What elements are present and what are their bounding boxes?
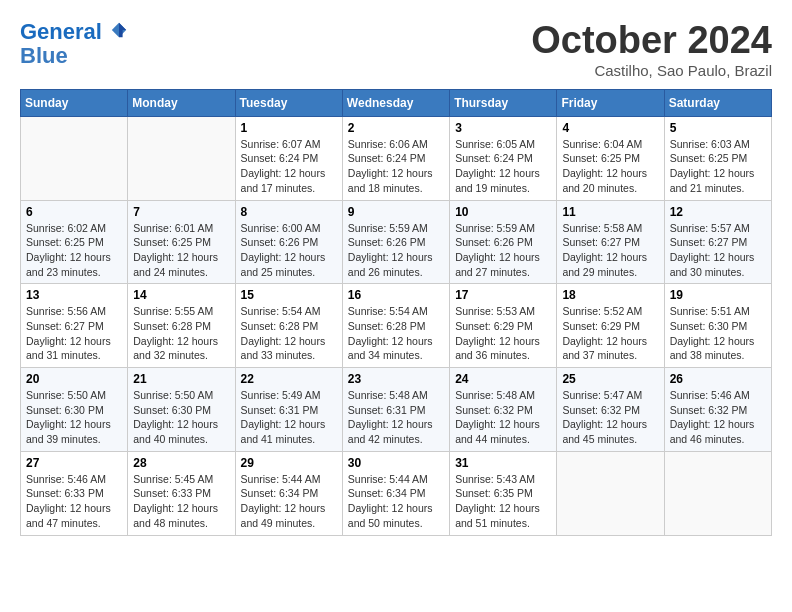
day-info: Sunrise: 5:47 AM Sunset: 6:32 PM Dayligh… [562, 388, 658, 447]
calendar-cell: 21Sunrise: 5:50 AM Sunset: 6:30 PM Dayli… [128, 368, 235, 452]
calendar-table: SundayMondayTuesdayWednesdayThursdayFrid… [20, 89, 772, 536]
weekday-header-row: SundayMondayTuesdayWednesdayThursdayFrid… [21, 89, 772, 116]
month-title: October 2024 [531, 20, 772, 62]
day-info: Sunrise: 6:06 AM Sunset: 6:24 PM Dayligh… [348, 137, 444, 196]
day-number: 16 [348, 288, 444, 302]
day-number: 27 [26, 456, 122, 470]
weekday-saturday: Saturday [664, 89, 771, 116]
day-number: 22 [241, 372, 337, 386]
day-info: Sunrise: 6:05 AM Sunset: 6:24 PM Dayligh… [455, 137, 551, 196]
day-info: Sunrise: 5:58 AM Sunset: 6:27 PM Dayligh… [562, 221, 658, 280]
calendar-cell: 22Sunrise: 5:49 AM Sunset: 6:31 PM Dayli… [235, 368, 342, 452]
day-number: 19 [670, 288, 766, 302]
calendar-row-4: 27Sunrise: 5:46 AM Sunset: 6:33 PM Dayli… [21, 451, 772, 535]
day-info: Sunrise: 6:01 AM Sunset: 6:25 PM Dayligh… [133, 221, 229, 280]
day-info: Sunrise: 5:55 AM Sunset: 6:28 PM Dayligh… [133, 304, 229, 363]
calendar-cell: 1Sunrise: 6:07 AM Sunset: 6:24 PM Daylig… [235, 116, 342, 200]
day-number: 23 [348, 372, 444, 386]
day-info: Sunrise: 6:00 AM Sunset: 6:26 PM Dayligh… [241, 221, 337, 280]
calendar-cell: 12Sunrise: 5:57 AM Sunset: 6:27 PM Dayli… [664, 200, 771, 284]
calendar-cell: 6Sunrise: 6:02 AM Sunset: 6:25 PM Daylig… [21, 200, 128, 284]
day-number: 15 [241, 288, 337, 302]
day-info: Sunrise: 5:50 AM Sunset: 6:30 PM Dayligh… [26, 388, 122, 447]
logo-text-blue: Blue [20, 44, 128, 68]
day-number: 20 [26, 372, 122, 386]
day-info: Sunrise: 6:02 AM Sunset: 6:25 PM Dayligh… [26, 221, 122, 280]
calendar-cell: 5Sunrise: 6:03 AM Sunset: 6:25 PM Daylig… [664, 116, 771, 200]
day-info: Sunrise: 5:54 AM Sunset: 6:28 PM Dayligh… [348, 304, 444, 363]
calendar-cell: 30Sunrise: 5:44 AM Sunset: 6:34 PM Dayli… [342, 451, 449, 535]
calendar-row-3: 20Sunrise: 5:50 AM Sunset: 6:30 PM Dayli… [21, 368, 772, 452]
day-number: 9 [348, 205, 444, 219]
day-number: 28 [133, 456, 229, 470]
day-info: Sunrise: 5:54 AM Sunset: 6:28 PM Dayligh… [241, 304, 337, 363]
calendar-row-2: 13Sunrise: 5:56 AM Sunset: 6:27 PM Dayli… [21, 284, 772, 368]
calendar-cell: 4Sunrise: 6:04 AM Sunset: 6:25 PM Daylig… [557, 116, 664, 200]
calendar-cell: 3Sunrise: 6:05 AM Sunset: 6:24 PM Daylig… [450, 116, 557, 200]
weekday-tuesday: Tuesday [235, 89, 342, 116]
title-block: October 2024 Castilho, Sao Paulo, Brazil [531, 20, 772, 79]
day-number: 30 [348, 456, 444, 470]
day-number: 17 [455, 288, 551, 302]
day-info: Sunrise: 6:04 AM Sunset: 6:25 PM Dayligh… [562, 137, 658, 196]
day-number: 25 [562, 372, 658, 386]
calendar-cell: 11Sunrise: 5:58 AM Sunset: 6:27 PM Dayli… [557, 200, 664, 284]
calendar-cell: 16Sunrise: 5:54 AM Sunset: 6:28 PM Dayli… [342, 284, 449, 368]
location-subtitle: Castilho, Sao Paulo, Brazil [531, 62, 772, 79]
day-info: Sunrise: 5:44 AM Sunset: 6:34 PM Dayligh… [348, 472, 444, 531]
day-number: 4 [562, 121, 658, 135]
day-number: 11 [562, 205, 658, 219]
weekday-sunday: Sunday [21, 89, 128, 116]
calendar-cell: 20Sunrise: 5:50 AM Sunset: 6:30 PM Dayli… [21, 368, 128, 452]
day-info: Sunrise: 5:48 AM Sunset: 6:32 PM Dayligh… [455, 388, 551, 447]
calendar-cell: 23Sunrise: 5:48 AM Sunset: 6:31 PM Dayli… [342, 368, 449, 452]
day-info: Sunrise: 5:57 AM Sunset: 6:27 PM Dayligh… [670, 221, 766, 280]
calendar-cell: 7Sunrise: 6:01 AM Sunset: 6:25 PM Daylig… [128, 200, 235, 284]
day-number: 10 [455, 205, 551, 219]
calendar-cell [664, 451, 771, 535]
day-number: 5 [670, 121, 766, 135]
calendar-cell: 29Sunrise: 5:44 AM Sunset: 6:34 PM Dayli… [235, 451, 342, 535]
logo-text: General [20, 20, 128, 44]
day-number: 7 [133, 205, 229, 219]
day-info: Sunrise: 5:50 AM Sunset: 6:30 PM Dayligh… [133, 388, 229, 447]
day-info: Sunrise: 5:59 AM Sunset: 6:26 PM Dayligh… [348, 221, 444, 280]
calendar-cell [128, 116, 235, 200]
day-info: Sunrise: 5:56 AM Sunset: 6:27 PM Dayligh… [26, 304, 122, 363]
calendar-cell: 24Sunrise: 5:48 AM Sunset: 6:32 PM Dayli… [450, 368, 557, 452]
calendar-cell: 14Sunrise: 5:55 AM Sunset: 6:28 PM Dayli… [128, 284, 235, 368]
calendar-header: SundayMondayTuesdayWednesdayThursdayFrid… [21, 89, 772, 116]
day-info: Sunrise: 6:07 AM Sunset: 6:24 PM Dayligh… [241, 137, 337, 196]
day-number: 21 [133, 372, 229, 386]
calendar-cell: 9Sunrise: 5:59 AM Sunset: 6:26 PM Daylig… [342, 200, 449, 284]
day-number: 31 [455, 456, 551, 470]
calendar-cell [557, 451, 664, 535]
day-info: Sunrise: 5:51 AM Sunset: 6:30 PM Dayligh… [670, 304, 766, 363]
day-number: 2 [348, 121, 444, 135]
day-number: 29 [241, 456, 337, 470]
day-info: Sunrise: 5:44 AM Sunset: 6:34 PM Dayligh… [241, 472, 337, 531]
day-number: 3 [455, 121, 551, 135]
calendar-cell: 27Sunrise: 5:46 AM Sunset: 6:33 PM Dayli… [21, 451, 128, 535]
weekday-friday: Friday [557, 89, 664, 116]
calendar-cell: 25Sunrise: 5:47 AM Sunset: 6:32 PM Dayli… [557, 368, 664, 452]
calendar-cell: 28Sunrise: 5:45 AM Sunset: 6:33 PM Dayli… [128, 451, 235, 535]
day-info: Sunrise: 5:46 AM Sunset: 6:33 PM Dayligh… [26, 472, 122, 531]
calendar-row-1: 6Sunrise: 6:02 AM Sunset: 6:25 PM Daylig… [21, 200, 772, 284]
calendar-cell [21, 116, 128, 200]
day-info: Sunrise: 5:48 AM Sunset: 6:31 PM Dayligh… [348, 388, 444, 447]
day-number: 13 [26, 288, 122, 302]
weekday-thursday: Thursday [450, 89, 557, 116]
day-info: Sunrise: 6:03 AM Sunset: 6:25 PM Dayligh… [670, 137, 766, 196]
weekday-wednesday: Wednesday [342, 89, 449, 116]
calendar-cell: 18Sunrise: 5:52 AM Sunset: 6:29 PM Dayli… [557, 284, 664, 368]
calendar-cell: 31Sunrise: 5:43 AM Sunset: 6:35 PM Dayli… [450, 451, 557, 535]
calendar-cell: 13Sunrise: 5:56 AM Sunset: 6:27 PM Dayli… [21, 284, 128, 368]
day-number: 14 [133, 288, 229, 302]
day-number: 6 [26, 205, 122, 219]
day-info: Sunrise: 5:59 AM Sunset: 6:26 PM Dayligh… [455, 221, 551, 280]
logo-icon [110, 21, 128, 39]
calendar-row-0: 1Sunrise: 6:07 AM Sunset: 6:24 PM Daylig… [21, 116, 772, 200]
day-info: Sunrise: 5:46 AM Sunset: 6:32 PM Dayligh… [670, 388, 766, 447]
day-number: 18 [562, 288, 658, 302]
